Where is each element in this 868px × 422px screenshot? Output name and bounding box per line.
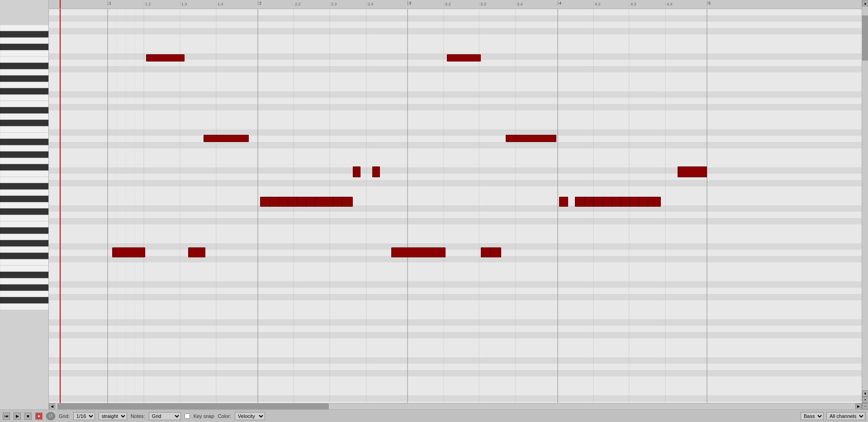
svg-rect-6 [0, 57, 49, 63]
svg-rect-24 [0, 164, 49, 171]
svg-rect-53 [49, 9, 862, 403]
svg-rect-9 [0, 76, 49, 82]
rewind-btn[interactable]: ⏮ [3, 413, 10, 420]
tm-4-4: 4.4 [665, 2, 673, 6]
svg-rect-12 [0, 95, 49, 101]
timeline: 1 1.2 1.3 1.4 2 2.2 2.3 2.4 3 3.2 3.3 3.… [49, 0, 862, 9]
svg-rect-22 [0, 152, 49, 158]
app-container: C2 [0, 0, 868, 422]
svg-rect-40 [0, 266, 49, 272]
svg-rect-3 [0, 38, 49, 44]
key-snap-label: Key snap [194, 413, 214, 419]
play-btn[interactable]: ▶ [14, 413, 21, 420]
straight-select[interactable]: straight [99, 412, 127, 420]
playhead [60, 9, 61, 403]
midi-note-3[interactable] [204, 135, 249, 142]
midi-note-5[interactable] [353, 166, 360, 177]
svg-rect-5 [0, 50, 49, 57]
svg-rect-33 [0, 221, 49, 228]
v-scroll-track[interactable] [862, 6, 868, 390]
svg-rect-20 [0, 139, 49, 145]
scroll-left-btn[interactable]: ◀ [49, 403, 55, 410]
midi-note-9[interactable] [559, 197, 568, 207]
svg-rect-23 [0, 158, 49, 164]
midi-note-4[interactable] [506, 135, 556, 142]
svg-rect-37 [0, 247, 49, 253]
tm-2: 2 [258, 1, 261, 5]
v-scrollbar[interactable]: ▲ ▼ + − [862, 0, 868, 409]
tm-4-3: 4.3 [629, 2, 636, 6]
key-snap-checkbox[interactable] [185, 413, 190, 419]
playhead-ruler [60, 0, 61, 9]
toolbar-right: Bass All channels Channel 1 Channel 2 [801, 412, 865, 420]
svg-rect-41 [0, 272, 49, 278]
h-scroll-thumb[interactable] [57, 403, 329, 409]
grid-background [49, 9, 862, 403]
svg-rect-18 [0, 126, 49, 133]
grid-label: Grid: [59, 413, 70, 419]
midi-note-6[interactable] [372, 166, 380, 177]
svg-rect-11 [0, 88, 49, 95]
zoom-out-v-btn[interactable]: − [862, 403, 868, 409]
grid-select[interactable]: 1/16 1/8 1/4 1/32 [73, 412, 95, 420]
svg-rect-14 [0, 101, 49, 107]
piano-roll: C2 [0, 0, 868, 409]
tm-2-4: 2.4 [366, 2, 374, 6]
tm-3-2: 3.2 [444, 2, 451, 6]
scroll-right-btn[interactable]: ▶ [855, 403, 862, 410]
svg-rect-38 [0, 253, 49, 259]
tm-1: 1 [108, 1, 111, 5]
tm-1-4: 1.4 [216, 2, 223, 6]
tm-3-4: 3.4 [516, 2, 523, 6]
tm-4-2: 4.2 [593, 2, 601, 6]
svg-rect-25 [0, 171, 49, 177]
toolbar: ⏮ ▶ ■ ● ↺ Grid: 1/16 1/8 1/4 1/32 straig… [0, 409, 868, 422]
scroll-up-btn[interactable]: ▲ [862, 0, 868, 6]
svg-rect-4 [0, 44, 49, 50]
svg-rect-36 [0, 240, 49, 247]
h-scrollbar[interactable]: ◀ ▶ [49, 403, 862, 409]
midi-note-8[interactable] [260, 197, 353, 207]
h-scroll-track[interactable] [55, 403, 855, 409]
svg-rect-2 [0, 31, 49, 38]
svg-rect-19 [0, 133, 49, 139]
tm-1-3: 1.3 [180, 2, 187, 6]
instrument-select[interactable]: Bass [801, 412, 824, 420]
stop-btn[interactable]: ■ [24, 413, 32, 420]
notes-select[interactable]: Grid Free Quantize [149, 412, 181, 420]
channel-select[interactable]: All channels Channel 1 Channel 2 [826, 412, 865, 420]
zoom-in-v-btn[interactable]: + [862, 397, 868, 403]
svg-rect-32 [0, 215, 49, 221]
svg-rect-31 [0, 209, 49, 215]
tm-2-3: 2.3 [330, 2, 337, 6]
scroll-down-btn[interactable]: ▼ [862, 390, 868, 397]
piano-keys: C2 [0, 0, 49, 409]
loop-btn[interactable]: ↺ [46, 412, 55, 420]
tm-1-2: 1.2 [144, 2, 151, 6]
record-btn[interactable]: ● [35, 413, 43, 420]
midi-note-1[interactable] [146, 54, 185, 62]
svg-rect-28 [0, 190, 49, 196]
midi-note-2[interactable] [447, 54, 481, 62]
notes-label: Notes: [131, 413, 145, 419]
svg-rect-30 [0, 202, 49, 209]
tm-3: 3 [408, 1, 411, 5]
svg-rect-43 [0, 284, 49, 291]
svg-rect-34 [0, 228, 49, 234]
midi-note-12[interactable] [188, 247, 205, 257]
midi-note-13[interactable] [391, 247, 446, 257]
tm-4: 4 [558, 1, 561, 5]
midi-note-10[interactable] [575, 197, 661, 207]
v-scroll-thumb[interactable] [862, 15, 868, 61]
svg-rect-29 [0, 196, 49, 202]
svg-rect-17 [0, 120, 49, 126]
color-select[interactable]: Velocity Pitch Channel [235, 412, 265, 420]
svg-rect-10 [0, 82, 49, 88]
piano-keyboard-svg: C2 [0, 0, 49, 321]
grid-content[interactable] [49, 9, 862, 403]
svg-rect-8 [0, 69, 49, 76]
midi-note-7[interactable] [678, 166, 707, 177]
midi-note-14[interactable] [481, 247, 501, 257]
midi-note-11[interactable] [112, 247, 145, 257]
svg-rect-26 [0, 177, 49, 183]
